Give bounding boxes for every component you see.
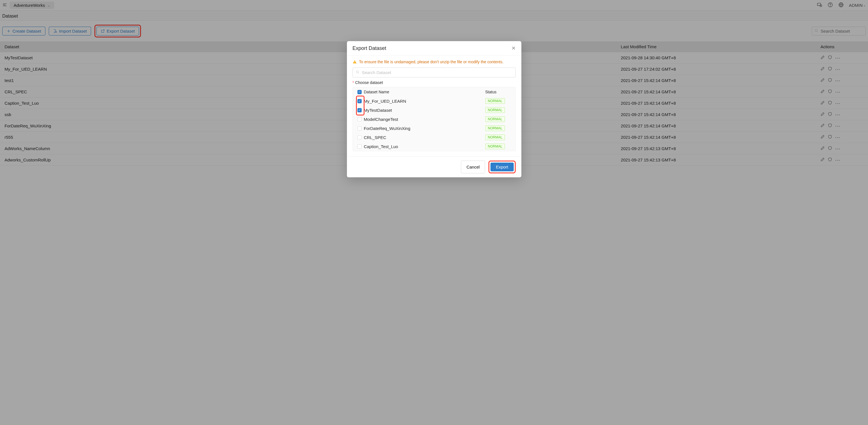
select-all-checkbox[interactable]: − — [358, 90, 362, 94]
svg-rect-16 — [354, 61, 354, 62]
dataset-select-panel: − Dataset Name Status ✓My_For_UED_LEARNN… — [352, 87, 516, 151]
status-badge: NORMAL — [485, 107, 505, 113]
export-confirm-button[interactable]: Export — [491, 162, 514, 171]
warning-text: To ensure the file is undamaged, please … — [359, 60, 503, 64]
checkbox[interactable] — [358, 144, 362, 149]
dataset-option-name: MyTestDataset — [364, 108, 392, 113]
checkbox[interactable] — [358, 117, 362, 121]
dataset-option-row[interactable]: ✓My_For_UED_LEARNNORMAL — [353, 96, 516, 105]
choose-dataset-label: *Choose dataset — [352, 80, 516, 85]
status-badge: NORMAL — [485, 144, 505, 149]
close-icon[interactable]: ✕ — [512, 45, 516, 51]
export-dataset-modal: Export Dataset ✕ To ensure the file is u… — [347, 41, 521, 177]
svg-line-19 — [358, 72, 359, 73]
dataset-option-name: Caption_Test_Luo — [364, 144, 398, 149]
status-badge: NORMAL — [485, 134, 505, 140]
checkbox[interactable]: ✓ — [358, 108, 362, 112]
dataset-option-name: My_For_UED_LEARN — [364, 99, 406, 103]
col-dataset-name: Dataset Name — [364, 90, 389, 94]
col-status: Status — [485, 90, 511, 94]
warning-icon — [352, 60, 357, 64]
svg-rect-17 — [354, 63, 354, 63]
status-badge: NORMAL — [485, 116, 505, 122]
dataset-option-row[interactable]: ✓MyTestDatasetNORMAL — [353, 105, 516, 115]
cancel-button[interactable]: Cancel — [461, 160, 485, 173]
search-icon — [355, 70, 360, 75]
dataset-option-name: CRL_SPEC — [364, 135, 386, 140]
export-confirm-highlight: Export — [489, 160, 516, 173]
modal-overlay: Export Dataset ✕ To ensure the file is u… — [0, 0, 868, 425]
dataset-option-row[interactable]: ModelChangeTestNORMAL — [353, 115, 516, 124]
modal-search-input[interactable] — [352, 67, 516, 78]
dataset-option-name: ModelChangeTest — [364, 117, 398, 122]
modal-title: Export Dataset — [352, 45, 386, 51]
checkbox[interactable]: ✓ — [358, 99, 362, 103]
dataset-option-name: ForDateReq_WuXinXing — [364, 126, 410, 131]
warning-line: To ensure the file is undamaged, please … — [352, 60, 516, 64]
checkbox[interactable] — [358, 135, 362, 140]
status-badge: NORMAL — [485, 125, 505, 131]
dataset-option-row[interactable]: CRL_SPECNORMAL — [353, 133, 516, 142]
dataset-option-row[interactable]: Caption_Test_LuoNORMAL — [353, 142, 516, 151]
checkbox[interactable] — [358, 126, 362, 130]
dataset-option-row[interactable]: ForDateReq_WuXinXingNORMAL — [353, 124, 516, 133]
status-badge: NORMAL — [485, 98, 505, 104]
